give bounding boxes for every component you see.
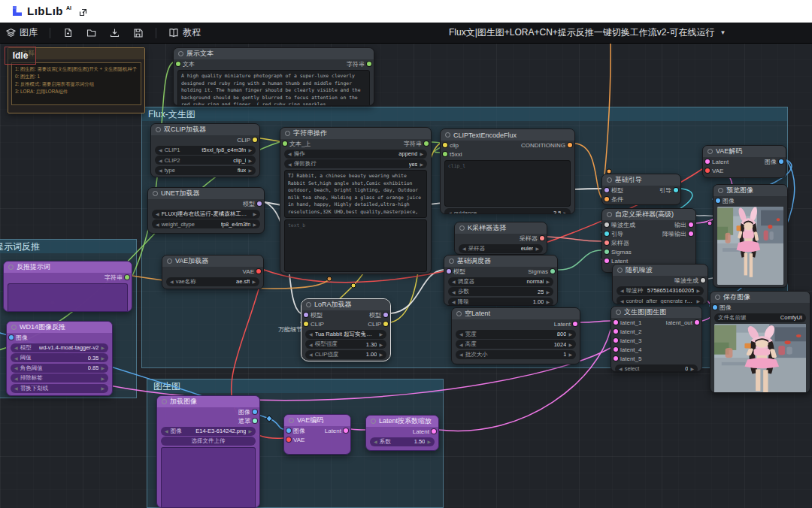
model-slot-dot[interactable] [447, 269, 451, 274]
output-slot[interactable]: CLIP [237, 137, 257, 144]
input-slot[interactable]: 模型 [304, 311, 323, 319]
widget-combo[interactable]: ◀图像E14-E3-614242.png▶ [161, 427, 256, 436]
collapse-icon[interactable] [617, 268, 623, 273]
image-slot-dot[interactable] [779, 159, 783, 164]
tutorial-button[interactable]: 教程 [168, 26, 201, 39]
input-slot[interactable]: 图像 [716, 197, 735, 205]
collapse-icon[interactable] [8, 265, 14, 270]
node-header[interactable]: CLIPTextEncodeFlux [441, 129, 574, 141]
input-slot[interactable]: Latent [705, 159, 729, 165]
text-area[interactable] [8, 283, 128, 312]
latent-slot-dot[interactable] [573, 322, 577, 326]
string-slot-dot[interactable] [424, 141, 429, 146]
input-slot[interactable]: 引导 [604, 230, 623, 238]
left-arrow-icon[interactable]: ◀ [14, 376, 18, 381]
collapse-icon[interactable] [459, 225, 465, 231]
text-area[interactable]: text_b [284, 219, 427, 272]
mask-slot-dot[interactable] [253, 419, 257, 423]
input-slot[interactable]: latent_4 [614, 346, 641, 353]
clip-slot-dot[interactable] [304, 322, 308, 326]
left-arrow-icon[interactable]: ◀ [156, 211, 159, 216]
widget-combo[interactable]: ◀角色阈值0.85▶ [11, 364, 108, 373]
input-slot[interactable]: VAE [705, 168, 723, 174]
right-arrow-icon[interactable]: ▶ [696, 288, 700, 293]
widget-combo[interactable]: ◀vae名称ae.sft▶ [166, 277, 259, 286]
right-arrow-icon[interactable]: ▶ [568, 342, 572, 347]
node-header[interactable]: Latent按系数缩放 [366, 416, 438, 427]
vae-slot-dot[interactable] [286, 437, 291, 442]
output-slot[interactable]: 遮罩 [238, 417, 257, 425]
input-slot[interactable]: 模型 [604, 186, 623, 195]
image-slot-dot[interactable] [253, 410, 257, 414]
widget-combo[interactable]: ◀FLUX|哩布在线运行-麦橘森林工作室_FLUX.1-dev-fp8▶ [152, 210, 260, 219]
node-header[interactable]: 空Latent [452, 308, 580, 319]
clip-slot-dot[interactable] [443, 143, 447, 147]
right-arrow-icon[interactable]: ▶ [101, 345, 105, 350]
cond-slot-dot[interactable] [604, 197, 609, 201]
export-icon[interactable] [79, 8, 87, 17]
node-header[interactable]: VAE加载器 [162, 256, 263, 267]
string-slot-dot[interactable] [283, 141, 287, 146]
output-slot[interactable]: 字符串 [105, 274, 129, 282]
right-arrow-icon[interactable]: ▶ [248, 158, 252, 163]
string-slot-dot[interactable] [176, 62, 180, 66]
gallery-button[interactable]: 图库 [6, 26, 38, 39]
collapse-icon[interactable] [445, 132, 450, 138]
node-show-text[interactable]: 展示文本文本字符串A high quality miniature photog… [173, 47, 374, 106]
widget-combo[interactable]: ◀typeflux▶ [155, 166, 256, 175]
output-slot[interactable]: 采样器 [520, 234, 544, 243]
left-arrow-icon[interactable]: ◀ [309, 331, 313, 337]
widget-combo[interactable]: ◀操作append▶ [284, 150, 427, 159]
widget-combo[interactable]: ◀噪波种575865143160205▶ [617, 286, 704, 295]
left-arrow-icon[interactable]: ◀ [14, 365, 18, 370]
node-dual-clip-loader[interactable]: 双CLIP加载器CLIP◀CLIP1t5xxl_fp8_e4m3fn▶◀CLIP… [150, 123, 260, 177]
collapse-icon[interactable] [153, 191, 158, 196]
right-arrow-icon[interactable]: ▶ [690, 366, 694, 371]
node-header[interactable]: 字符串操作 [280, 128, 431, 139]
input-slot[interactable]: latent_1 [614, 319, 641, 326]
node-basic-guider[interactable]: 基础引导模型引导条件 [601, 174, 681, 205]
left-arrow-icon[interactable]: ◀ [452, 299, 456, 304]
right-arrow-icon[interactable]: ▶ [101, 355, 105, 361]
collapse-icon[interactable] [607, 177, 612, 183]
collapse-icon[interactable] [707, 149, 713, 154]
left-arrow-icon[interactable]: ◀ [159, 158, 162, 163]
latent-slot-dot[interactable] [614, 329, 618, 334]
sampler-slot-dot[interactable] [540, 236, 544, 240]
node-random-noise[interactable]: 随机噪波噪波生成◀噪波种575865143160205▶◀control_aft… [612, 264, 708, 304]
right-arrow-icon[interactable]: ▶ [546, 299, 550, 304]
vae-slot-dot[interactable] [705, 168, 710, 173]
cond-slot-dot[interactable] [568, 143, 572, 147]
right-arrow-icon[interactable]: ▶ [248, 428, 252, 434]
right-arrow-icon[interactable]: ▶ [568, 352, 572, 357]
widget-combo[interactable]: ◀替换下划线▶ [11, 384, 108, 393]
right-arrow-icon[interactable]: ▶ [379, 342, 383, 347]
left-arrow-icon[interactable]: ◀ [288, 162, 292, 167]
output-slot[interactable]: 图像 [238, 408, 257, 416]
widget-combo[interactable]: ◀control_after_generaterandomize▶ [617, 296, 704, 304]
liblib-logo[interactable]: LıbLıb AI [11, 5, 71, 18]
left-arrow-icon[interactable]: ◀ [159, 147, 162, 153]
input-slot[interactable]: 文本_上 [283, 140, 311, 148]
node-header[interactable]: 文生图|图生图 [611, 307, 701, 318]
latent-slot-dot[interactable] [614, 356, 618, 361]
node-preview-image[interactable]: 预览图像图像 [713, 184, 788, 288]
output-slot[interactable]: 字符串 [347, 60, 371, 68]
node-ksampler-select[interactable]: K采样器选择采样器◀采样器euler▶ [454, 222, 547, 255]
new-workflow-button[interactable] [63, 28, 73, 38]
latent-slot-dot[interactable] [614, 320, 618, 325]
node-string-op[interactable]: 字符串操作文本_上字符串◀操作append▶◀保留换行yes▶TJ Rabbit… [280, 127, 432, 274]
widget-combo[interactable]: ◀阈值0.35▶ [11, 353, 108, 362]
widget-combo[interactable]: ◀系数1.50▶ [370, 437, 435, 446]
node-header[interactable]: 双CLIP加载器 [151, 124, 259, 135]
noise-slot-dot[interactable] [604, 222, 609, 227]
model-slot-dot[interactable] [604, 188, 609, 192]
widget-combo[interactable]: ◀模型强度1.30▶ [305, 340, 386, 349]
guider-slot-dot[interactable] [674, 188, 678, 192]
output-slot[interactable]: 输出 [674, 221, 693, 229]
widget-combo[interactable]: ◀步数25▶ [448, 287, 553, 296]
vae-slot-dot[interactable] [256, 269, 261, 274]
node-header[interactable]: 预览图像 [714, 185, 787, 196]
node-empty-latent[interactable]: 空LatentLatent◀宽度800▶◀高度1024▶◀批次大小1▶ [451, 307, 580, 364]
node-vae-encode[interactable]: VAE编码图像LatentVAE [283, 414, 351, 455]
